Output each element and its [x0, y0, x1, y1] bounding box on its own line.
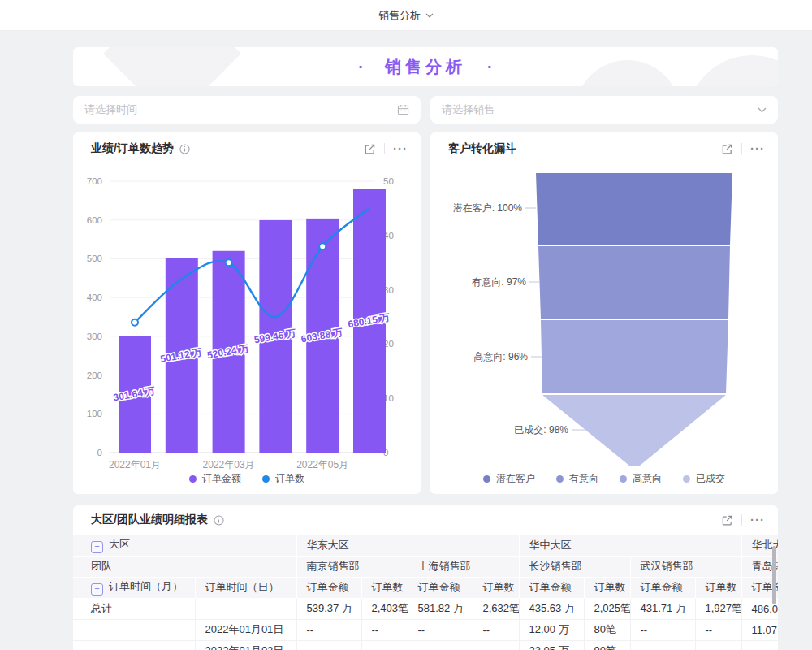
value-cell: 539.37 万	[296, 598, 361, 619]
svg-text:600: 600	[87, 215, 102, 225]
time-select-placeholder: 请选择时间	[84, 102, 137, 117]
info-icon[interactable]	[214, 515, 224, 526]
legend-item[interactable]: 潜在客户	[483, 472, 535, 486]
trend-chart-title: 业绩/订单数趋势	[91, 141, 174, 156]
svg-text:2022年01月: 2022年01月	[109, 459, 161, 470]
table-row-region: 大区 华东大区 华中大区 华北大区	[73, 535, 778, 556]
time-select-input[interactable]: 请选择时间	[73, 96, 421, 124]
value-cell: 90笔	[584, 640, 630, 650]
value-cell	[695, 640, 741, 650]
value-cell: 2,632笔	[473, 598, 519, 619]
chevron-down-icon[interactable]	[425, 13, 434, 18]
legend-item[interactable]: 高意向	[620, 472, 662, 486]
export-icon[interactable]	[721, 143, 733, 155]
export-icon[interactable]	[721, 514, 733, 526]
svg-text:100: 100	[87, 409, 102, 418]
legend-dot-icon	[620, 475, 627, 483]
legend-label: 有意向	[569, 472, 598, 486]
value-cell: --	[408, 619, 473, 640]
calendar-icon	[397, 104, 409, 115]
report-table-title: 大区/团队业绩明细报表	[91, 513, 208, 527]
svg-text:50: 50	[383, 176, 394, 186]
legend-label: 高意向	[633, 472, 662, 486]
report-table-scroll-area[interactable]: 大区 华东大区 华中大区 华北大区 团队 南京销售部上海销售部长沙销售部武汉销售…	[73, 535, 778, 650]
table-vertical-scrollbar[interactable]	[772, 546, 776, 604]
legend-label: 潜在客户	[496, 472, 535, 486]
legend-item-order-amount[interactable]: 订单金额	[189, 472, 241, 486]
legend-item-order-count[interactable]: 订单数	[262, 472, 304, 486]
svg-text:300: 300	[87, 332, 102, 341]
value-cell: 23.05 万	[519, 640, 584, 650]
metric-header: 订单数	[584, 577, 630, 598]
value-cell: 11.07	[741, 619, 778, 640]
more-menu-icon[interactable]: ···	[393, 145, 408, 153]
funnel-stage[interactable]	[538, 246, 730, 318]
metric-header: 订单金额	[408, 577, 473, 598]
svg-text:潜在客户: 100%: 潜在客户: 100%	[453, 202, 523, 214]
order-day-cell: 2022年01月02日	[195, 640, 296, 650]
order-day-cell: 2022年01月01日	[195, 619, 296, 640]
page-title: 销售分析	[385, 56, 466, 78]
chevron-down-icon	[758, 107, 767, 113]
order-month-header: 订单时间（月）	[73, 577, 195, 598]
region-header: 华东大区	[296, 535, 519, 556]
team-header: 长沙销售部	[519, 556, 630, 577]
value-cell	[473, 640, 519, 650]
collapse-icon[interactable]	[91, 583, 103, 596]
region-header: 华中大区	[519, 535, 741, 556]
table-row: 2022年01月01日--------12.00 万80笔----11.07	[73, 619, 778, 640]
banner-decoration-wedge	[103, 47, 241, 86]
banner-decoration-dome	[575, 60, 680, 86]
metric-header: 订单数	[695, 577, 741, 598]
export-icon[interactable]	[364, 143, 376, 155]
value-cell: 435.63 万	[519, 598, 584, 619]
metric-header: 订单金额	[296, 577, 361, 598]
collapse-icon[interactable]	[91, 541, 103, 553]
more-menu-icon[interactable]: ···	[750, 145, 765, 153]
table-row-team: 团队 南京销售部上海销售部长沙销售部武汉销售部青岛销售部	[73, 556, 778, 577]
sales-select-input[interactable]: 请选择销售	[430, 96, 778, 124]
more-menu-icon[interactable]: ···	[750, 516, 765, 524]
svg-text:0: 0	[97, 448, 102, 457]
report-table-card: 大区/团队业绩明细报表 ··· 大区 华东大区 华中大	[73, 505, 778, 650]
top-bar: 销售分析	[0, 0, 812, 31]
trend-chart-card: 业绩/订单数趋势 ··· 010020030040050060070001020…	[73, 132, 421, 494]
team-header: 武汉销售部	[630, 556, 741, 577]
value-cell: 431.71 万	[630, 598, 695, 619]
info-icon[interactable]	[179, 144, 190, 154]
table-row: 总计539.37 万2,403笔581.82 万2,632笔435.63 万2,…	[73, 598, 778, 619]
funnel-chart-title: 客户转化漏斗	[448, 141, 516, 156]
order-month-cell: 总计	[73, 598, 195, 619]
order-day-header: 订单时间（日）	[195, 577, 296, 598]
funnel-stage[interactable]	[541, 320, 728, 393]
funnel-stage[interactable]	[542, 395, 726, 466]
legend-label: 已成交	[696, 472, 725, 486]
funnel-chart-card: 客户转化漏斗 ··· 潜在客户: 100%有意向: 97%高意向: 96%已成交…	[430, 132, 778, 494]
metric-header: 订单数	[473, 577, 519, 598]
app-title[interactable]: 销售分析	[378, 8, 421, 23]
table-row-metrics: 订单时间（月） 订单时间（日） 订单金额订单数订单金额订单数订单金额订单数订单金…	[73, 577, 778, 598]
value-cell	[296, 640, 361, 650]
legend-item[interactable]: 有意向	[556, 472, 598, 486]
team-corner-cell: 团队	[73, 556, 296, 577]
report-table: 大区 华东大区 华中大区 华北大区 团队 南京销售部上海销售部长沙销售部武汉销售…	[73, 535, 778, 650]
legend-item[interactable]: 已成交	[683, 472, 725, 486]
banner-left-dot: ·	[358, 58, 364, 76]
banner-right-dot: ·	[487, 58, 493, 76]
legend-label: 订单金额	[202, 472, 241, 486]
metric-header: 订单金额	[519, 577, 584, 598]
svg-text:2022年05月: 2022年05月	[296, 459, 348, 470]
legend-dot-icon	[262, 475, 270, 483]
trend-legend: 订单金额 订单数	[73, 472, 421, 486]
value-cell	[408, 640, 473, 650]
value-cell: --	[630, 619, 695, 640]
funnel-stage[interactable]	[536, 173, 732, 245]
value-cell: 581.82 万	[408, 598, 473, 619]
banner-decoration-arc	[687, 55, 778, 86]
value-cell	[741, 640, 778, 650]
legend-label: 订单数	[275, 472, 304, 486]
metric-header: 订单金额	[630, 577, 695, 598]
legend-dot-icon	[189, 475, 197, 483]
trend-chart: 010020030040050060070001020304050301.64 …	[73, 132, 421, 494]
team-header: 南京销售部	[296, 556, 408, 577]
